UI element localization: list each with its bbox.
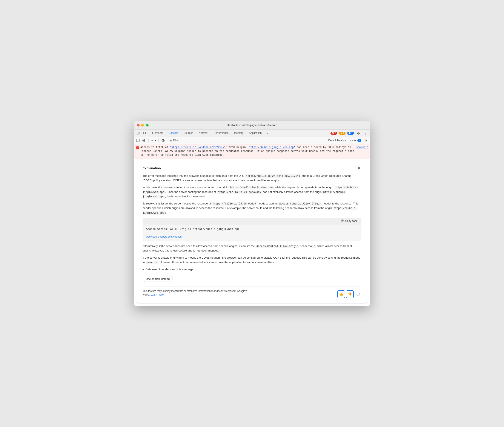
sidebar-toggle-icon[interactable] xyxy=(135,138,140,143)
svg-rect-4 xyxy=(144,132,145,134)
svg-text:!: ! xyxy=(341,133,341,134)
window-title: DevTools - bubble-jingle.web.app/search xyxy=(227,123,277,127)
use-search-button[interactable]: Use search instead xyxy=(142,276,173,282)
explanation-header: Explanation ✕ xyxy=(142,166,362,171)
devtools-window: DevTools - bubble-jingle.web.app/search xyxy=(134,121,370,306)
issue-badge[interactable]: 1 Issue: 1 xyxy=(347,139,361,142)
toolbar-divider-1 xyxy=(148,138,149,142)
svg-rect-5 xyxy=(145,132,146,134)
svg-rect-1 xyxy=(137,133,138,134)
explanation-body: The error message indicates that the bro… xyxy=(142,174,362,299)
tab-network[interactable]: Network xyxy=(196,129,211,137)
error-url1-link[interactable]: https://hello-io-24.deno.dev/?lvl=1 xyxy=(171,146,226,149)
svg-rect-11 xyxy=(136,139,139,142)
data-disclosure-label: Data used to understand this message xyxy=(146,267,194,272)
console-content: 🔴 Access to fetch at 'https://hello-io-2… xyxy=(134,144,370,306)
thumbs-down-button[interactable]: 👎 xyxy=(346,290,354,298)
more-options-button[interactable]: 🕐 xyxy=(354,291,362,298)
svg-rect-2 xyxy=(138,132,139,133)
explanation-p2: In this case, the browser is trying to a… xyxy=(142,185,362,199)
eye-icon[interactable] xyxy=(161,138,165,143)
tab-memory[interactable]: Memory xyxy=(232,129,246,137)
toolbar-right: Default levels ▾ 1 Issue: 1 ⚙ xyxy=(328,138,369,143)
minimize-window-button[interactable] xyxy=(141,124,144,127)
error-file-link[interactable]: search:1 xyxy=(356,145,369,157)
svg-rect-0 xyxy=(137,132,138,133)
data-disclosure-toggle[interactable]: ▶ Data used to understand this message xyxy=(142,267,362,272)
error-badge[interactable]: ✕ 2 xyxy=(331,132,337,135)
filter-icon: ⊟ xyxy=(170,139,172,142)
console-toolbar: top ▾ ⊟ Default levels ▾ xyxy=(134,137,370,144)
log-levels-select[interactable]: Default levels ▾ xyxy=(328,139,346,142)
toolbar-divider-3 xyxy=(168,138,168,142)
explanation-panel: Explanation ✕ The error message indicate… xyxy=(137,161,367,304)
explanation-title: Explanation xyxy=(142,166,161,170)
explanation-p3: To resolve this issue, the server hostin… xyxy=(142,201,362,215)
maximize-window-button[interactable] xyxy=(146,124,149,127)
svg-point-15 xyxy=(163,140,164,141)
explanation-close-button[interactable]: ✕ xyxy=(356,166,362,171)
info-badge[interactable]: 1 xyxy=(347,132,354,135)
filter-input[interactable] xyxy=(173,139,327,142)
toolbar-divider-2 xyxy=(158,138,159,142)
tab-performance[interactable]: Performance xyxy=(211,129,231,137)
titlebar: DevTools - bubble-jingle.web.app/search xyxy=(134,121,370,130)
feedback-buttons: 👍 👎 🕐 xyxy=(337,290,362,298)
feedback-row: This feature may display inaccurate or o… xyxy=(142,287,362,299)
code-block-header: Copy code xyxy=(142,218,362,224)
tab-overflow-button[interactable]: » xyxy=(265,129,269,137)
svg-rect-16 xyxy=(342,220,344,222)
disclosure-triangle-icon: ▶ xyxy=(142,268,144,272)
traffic-lights xyxy=(137,124,149,127)
caution-link[interactable]: Use code snippets with caution xyxy=(142,234,362,241)
context-selector[interactable]: top ▾ xyxy=(151,139,156,142)
tab-badges: ✕ 2 ! 1 1 ⚙ ⋮ xyxy=(331,130,369,136)
clear-console-icon[interactable] xyxy=(142,138,146,143)
inspect-element-icon[interactable] xyxy=(135,130,141,136)
error-circle-icon: 🔴 xyxy=(135,146,139,157)
code-block: Copy code Access-Control-Allow-Origin: h… xyxy=(142,218,362,241)
device-toolbar-icon[interactable] xyxy=(142,130,148,136)
explanation-p1: The error message indicates that the bro… xyxy=(142,174,362,183)
devtools-panel: Elements Console Sources Network Perform… xyxy=(134,130,370,306)
explanation-p5: If the server is unable or unwilling to … xyxy=(142,256,362,265)
tab-bar-icons xyxy=(135,130,148,136)
code-snippet: Access-Control-Allow-Origin: https://bub… xyxy=(142,224,362,234)
tab-sources[interactable]: Sources xyxy=(181,129,196,137)
warning-badge[interactable]: ! 1 xyxy=(339,132,346,135)
tab-console[interactable]: Console xyxy=(166,129,181,137)
close-window-button[interactable] xyxy=(137,124,140,127)
svg-text:✕: ✕ xyxy=(332,132,333,134)
cors-error-row: 🔴 Access to fetch at 'https://hello-io-2… xyxy=(134,144,370,159)
console-settings-icon[interactable]: ⚙ xyxy=(363,138,369,143)
error-url2-link[interactable]: https://bubble-jingle.web.app xyxy=(249,146,294,149)
devtools-more-icon[interactable]: ⋮ xyxy=(363,130,369,136)
thumbs-up-button[interactable]: 👍 xyxy=(337,290,345,298)
learn-more-link[interactable]: Learn more xyxy=(150,293,164,296)
svg-point-10 xyxy=(348,132,350,134)
tab-elements[interactable]: Elements xyxy=(150,129,165,137)
feedback-disclaimer: This feature may display inaccurate or o… xyxy=(142,289,250,297)
explanation-p4: Alternatively, if the server does not ne… xyxy=(142,244,362,253)
error-text: Access to fetch at 'https://hello-io-24.… xyxy=(140,145,355,157)
filter-area: ⊟ xyxy=(170,139,327,142)
svg-rect-3 xyxy=(138,133,139,134)
devtools-settings-icon[interactable]: ⚙ xyxy=(356,130,361,136)
tab-bar: Elements Console Sources Network Perform… xyxy=(134,130,370,137)
copy-code-button[interactable]: Copy code xyxy=(340,219,359,223)
issue-count-badge: 1 xyxy=(357,139,361,142)
tab-application[interactable]: Application xyxy=(246,129,264,137)
